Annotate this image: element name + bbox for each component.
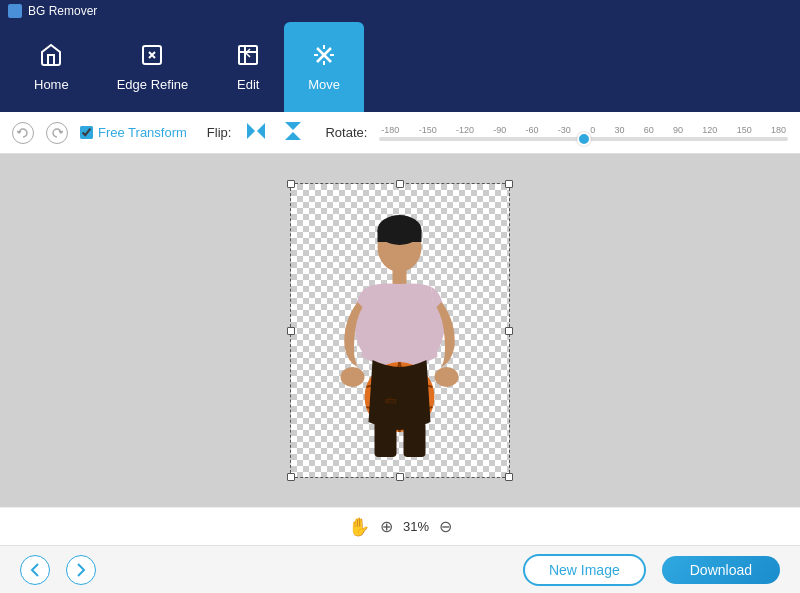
svg-marker-4 xyxy=(247,123,255,139)
svg-rect-15 xyxy=(375,422,397,457)
nav-edit[interactable]: Edit xyxy=(212,22,284,112)
svg-rect-10 xyxy=(378,230,422,242)
next-button[interactable] xyxy=(66,555,96,585)
free-transform-checkbox[interactable] xyxy=(80,126,93,139)
svg-marker-7 xyxy=(285,132,301,140)
zoom-bar: ✋ ⊕ 31% ⊖ xyxy=(0,507,800,545)
rotate-range-input[interactable] xyxy=(379,137,788,141)
zoom-out-icon[interactable]: ⊖ xyxy=(439,517,452,536)
svg-rect-16 xyxy=(404,422,426,457)
svg-point-12 xyxy=(341,367,365,387)
nav-home-label: Home xyxy=(34,77,69,92)
edge-refine-icon xyxy=(140,43,164,71)
nav-home[interactable]: Home xyxy=(10,22,93,112)
canvas-area: बॉल xyxy=(0,154,800,507)
app-title: BG Remover xyxy=(28,4,97,18)
flip-label: Flip: xyxy=(207,125,232,140)
nav-edge-refine-label: Edge Refine xyxy=(117,77,189,92)
new-image-button[interactable]: New Image xyxy=(523,554,646,586)
handle-bottom-right[interactable] xyxy=(505,473,513,481)
svg-marker-6 xyxy=(285,122,301,130)
free-transform-label: Free Transform xyxy=(98,125,187,140)
free-transform-group: Free Transform xyxy=(80,125,187,140)
image-frame[interactable]: बॉल xyxy=(290,183,510,478)
svg-marker-5 xyxy=(257,123,265,139)
handle-top-right[interactable] xyxy=(505,180,513,188)
handle-bottom-left[interactable] xyxy=(287,473,295,481)
move-icon xyxy=(312,43,336,71)
handle-top-left[interactable] xyxy=(287,180,295,188)
zoom-in-icon[interactable]: ⊕ xyxy=(380,517,393,536)
rotate-slider-container: -180 -150 -120 -90 -60 -30 0 30 60 90 12… xyxy=(379,125,788,141)
navbar: Home Edge Refine Edit Move xyxy=(0,22,800,112)
handle-left-mid[interactable] xyxy=(287,327,295,335)
svg-text:बॉल: बॉल xyxy=(384,397,397,406)
zoom-value: 31% xyxy=(403,519,429,534)
download-button[interactable]: Download xyxy=(662,556,780,584)
nav-edit-label: Edit xyxy=(237,77,259,92)
person-image: बॉल xyxy=(323,212,478,467)
hand-tool-icon[interactable]: ✋ xyxy=(348,516,370,538)
nav-edge-refine[interactable]: Edge Refine xyxy=(93,22,213,112)
titlebar: BG Remover xyxy=(0,0,800,22)
bottom-bar: New Image Download xyxy=(0,545,800,593)
nav-move[interactable]: Move xyxy=(284,22,364,112)
nav-move-label: Move xyxy=(308,77,340,92)
toolbar: Free Transform Flip: Rotate: -180 -150 -… xyxy=(0,112,800,154)
flip-horizontal-button[interactable] xyxy=(243,121,269,144)
app-icon xyxy=(8,4,22,18)
home-icon xyxy=(39,43,63,71)
handle-bottom-mid[interactable] xyxy=(396,473,404,481)
handle-right-mid[interactable] xyxy=(505,327,513,335)
redo-button[interactable] xyxy=(46,122,68,144)
undo-button[interactable] xyxy=(12,122,34,144)
prev-button[interactable] xyxy=(20,555,50,585)
svg-point-13 xyxy=(435,367,459,387)
handle-top-mid[interactable] xyxy=(396,180,404,188)
flip-vertical-button[interactable] xyxy=(281,120,305,145)
rotate-label: Rotate: xyxy=(325,125,367,140)
edit-icon xyxy=(236,43,260,71)
